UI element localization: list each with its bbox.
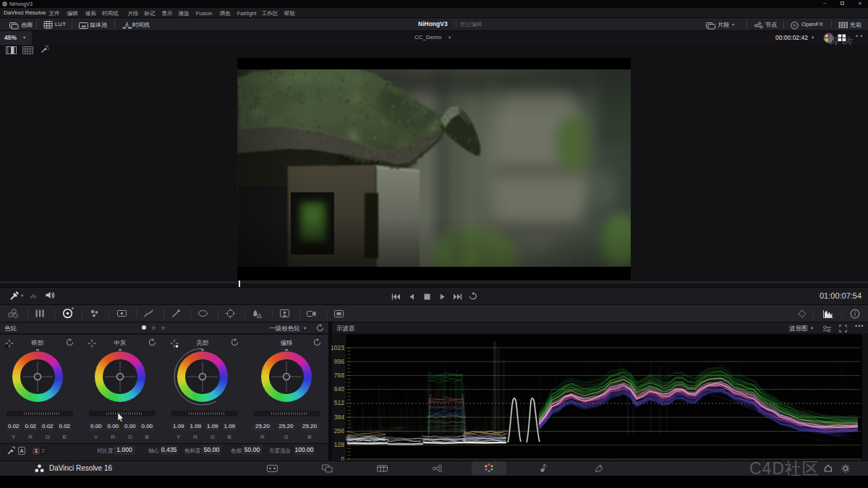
svg-text:fx: fx xyxy=(793,23,796,27)
svg-text:768: 768 xyxy=(334,372,344,379)
svg-text:384: 384 xyxy=(334,414,344,421)
svg-text:1023: 1023 xyxy=(331,344,344,351)
svg-text:512: 512 xyxy=(334,399,344,406)
svg-text:128: 128 xyxy=(334,441,344,448)
svg-text:640: 640 xyxy=(334,385,344,393)
svg-text:896: 896 xyxy=(334,358,344,365)
svg-text:256: 256 xyxy=(334,427,344,435)
